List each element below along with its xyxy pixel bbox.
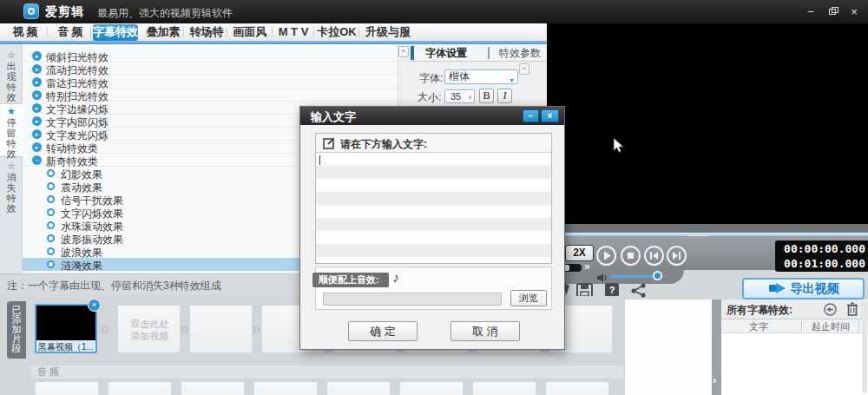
effect-category[interactable]: ▸流动扫光特效 bbox=[23, 63, 398, 76]
dialog-title: 输入文字 bbox=[311, 109, 356, 125]
added-clips-tab[interactable]: 已添加片段 bbox=[7, 301, 26, 359]
sound-effect-path-input[interactable] bbox=[323, 293, 502, 306]
empty-audio-slot[interactable] bbox=[35, 381, 99, 395]
subtitle-effects-panel: 所有字幕特效: 文字 起止时间 bbox=[721, 300, 868, 395]
browse-button[interactable]: 浏览 bbox=[510, 290, 547, 306]
tab-effect-params[interactable]: 特效参数 bbox=[499, 46, 541, 61]
tab-mtv[interactable]: M T V bbox=[274, 23, 312, 41]
trash-icon[interactable] bbox=[846, 302, 858, 319]
radio-icon bbox=[47, 182, 55, 190]
clip-thumbnail[interactable]: 黑幕视频（1... bbox=[35, 304, 97, 353]
sidebar-item-label: 消失特效 bbox=[6, 172, 17, 214]
clip-label: 黑幕视频（1... bbox=[38, 341, 94, 353]
empty-audio-slot[interactable] bbox=[399, 381, 464, 395]
empty-audio-slot[interactable] bbox=[326, 381, 391, 395]
window-restore-icon bbox=[832, 7, 838, 13]
tab-style[interactable]: 画面风格 bbox=[228, 23, 272, 41]
empty-audio-slot[interactable] bbox=[108, 381, 172, 395]
speed-toggle[interactable] bbox=[562, 264, 582, 272]
cancel-button[interactable]: 取 消 bbox=[450, 321, 520, 341]
expand-icon[interactable]: ▸ bbox=[32, 64, 42, 74]
tab-audio[interactable]: 音 频 bbox=[50, 23, 90, 41]
sidebar-item-stay[interactable]: ★ 停留特效 bbox=[0, 103, 23, 157]
expand-icon[interactable]: ▸ bbox=[32, 103, 42, 113]
window-minimize-button[interactable]: − bbox=[804, 5, 818, 19]
tab-overlay[interactable]: 叠加素材 bbox=[141, 23, 185, 41]
sidebar-item-disappear[interactable]: ☆ 消失特效 bbox=[0, 159, 23, 213]
speed-button[interactable]: 2X bbox=[565, 245, 594, 261]
video-preview[interactable] bbox=[547, 23, 868, 224]
dialog-title-bar[interactable]: 输入文字 − × bbox=[300, 107, 564, 125]
player-control-area: ∨ 2X » 00:00:00.000 00:01:00.000 bbox=[547, 224, 868, 300]
undo-icon[interactable] bbox=[824, 303, 837, 319]
effect-category[interactable]: ▸特别扫光特效 bbox=[23, 89, 398, 102]
text-input-area[interactable] bbox=[316, 153, 551, 263]
chevron-right-icon: » bbox=[179, 318, 189, 340]
ok-button[interactable]: 确 定 bbox=[348, 321, 418, 341]
export-video-button[interactable]: 导出视频 bbox=[742, 278, 865, 300]
effect-category[interactable]: ▸雷达扫光特效 bbox=[23, 76, 398, 89]
tab-transition[interactable]: 转场特效 bbox=[185, 23, 228, 41]
active-tab-marker bbox=[411, 46, 414, 60]
prev-frame-button[interactable] bbox=[643, 245, 665, 267]
expand-icon[interactable]: ▸ bbox=[32, 90, 42, 100]
tab-karaoke[interactable]: 卡拉OK bbox=[316, 23, 358, 41]
effect-category[interactable]: ▸倾斜扫光特效 bbox=[23, 49, 398, 63]
radio-icon bbox=[47, 195, 55, 203]
dialog-close-button[interactable]: × bbox=[541, 109, 559, 122]
time-total: 00:01:00.000 bbox=[775, 256, 865, 271]
expand-icon[interactable]: ▸ bbox=[32, 51, 42, 61]
stop-button[interactable] bbox=[620, 245, 641, 267]
star-arrow-icon: ☆ bbox=[0, 49, 23, 61]
radio-icon bbox=[47, 247, 55, 255]
play-button[interactable] bbox=[595, 245, 617, 267]
title-bar: 爱剪辑 最易用、强大的视频剪辑软件 − × bbox=[0, 0, 868, 23]
help-icon[interactable]: ? bbox=[605, 283, 619, 297]
audio-track-bar: 音 频 bbox=[30, 365, 623, 379]
sound-effect-label: 顺便配上音效: bbox=[312, 273, 389, 287]
expand-icon[interactable]: ▸ bbox=[32, 129, 42, 139]
empty-audio-slot[interactable] bbox=[181, 381, 245, 395]
subtitle-columns-header: 文字 起止时间 bbox=[721, 319, 868, 333]
italic-button[interactable]: I bbox=[497, 89, 512, 103]
font-size-stepper[interactable]: 35 › bbox=[444, 89, 475, 103]
tab-video[interactable]: 视 频 bbox=[5, 23, 45, 41]
empty-audio-slot[interactable] bbox=[545, 381, 609, 395]
bold-button[interactable]: B bbox=[479, 89, 494, 103]
tab-upgrade[interactable]: 升级与服务 bbox=[361, 23, 415, 41]
volume-slider-handle[interactable] bbox=[653, 271, 662, 280]
panel-divider[interactable]: › bbox=[712, 300, 721, 395]
radio-icon bbox=[47, 169, 55, 177]
chevron-right-icon: › bbox=[713, 373, 716, 386]
share-icon[interactable] bbox=[631, 283, 647, 301]
subtitle-panel-scrollbar[interactable] bbox=[862, 301, 867, 393]
music-note-icon: ♪ bbox=[392, 270, 399, 286]
add-video-slot[interactable]: 双击此处 添加视频 bbox=[117, 305, 181, 353]
text-caret bbox=[319, 155, 320, 165]
chevron-right-icon: » bbox=[99, 318, 109, 340]
panel-scroll-up-button[interactable]: ^ bbox=[519, 63, 529, 75]
expand-icon[interactable]: ▸ bbox=[32, 142, 42, 152]
clip-remove-button[interactable]: × bbox=[88, 299, 101, 312]
sidebar-item-appear[interactable]: ☆ 出现特效 bbox=[0, 48, 23, 102]
menu-separator bbox=[313, 27, 314, 37]
empty-audio-slot[interactable] bbox=[253, 381, 318, 395]
empty-audio-slot[interactable] bbox=[472, 381, 536, 395]
scroll-up-button[interactable]: ^ bbox=[398, 46, 409, 57]
dialog-minimize-button[interactable]: − bbox=[523, 109, 539, 122]
time-current: 00:00:00.000 bbox=[775, 241, 865, 256]
font-family-dropdown[interactable]: 楷体 ▼ bbox=[444, 69, 518, 84]
tab-subtitle-effects[interactable]: 字幕特效 bbox=[93, 24, 138, 41]
audio-track-label: 音 频 bbox=[37, 366, 59, 377]
expand-icon[interactable]: ▸ bbox=[32, 77, 42, 87]
tab-font-settings[interactable]: 字体设置 bbox=[425, 46, 467, 61]
collapse-icon[interactable]: − bbox=[32, 155, 42, 165]
empty-clip-slot[interactable] bbox=[189, 305, 253, 353]
column-text: 文字 bbox=[749, 320, 768, 333]
expand-icon[interactable]: ▸ bbox=[32, 116, 42, 126]
window-close-button[interactable]: × bbox=[847, 5, 861, 19]
column-separator bbox=[858, 321, 859, 331]
next-frame-button[interactable] bbox=[666, 245, 687, 267]
export-video-label: 导出视频 bbox=[790, 281, 838, 295]
menu-bar: 视 频 音 频 字幕特效 叠加素材 转场特效 画面风格 M T V 卡拉OK 升… bbox=[0, 23, 547, 41]
